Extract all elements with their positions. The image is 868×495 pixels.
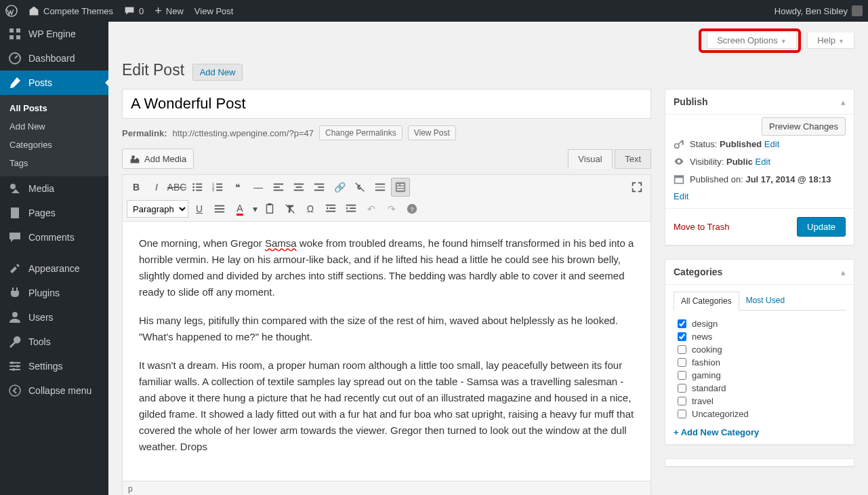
help-icon-button[interactable]: ? [402, 199, 421, 218]
avatar [852, 5, 863, 16]
visual-tab[interactable]: Visual [568, 149, 612, 169]
editor-content[interactable]: One morning, when Gregor Samsa woke from… [122, 222, 651, 481]
strikethrough-button[interactable]: ABC [167, 178, 186, 197]
comments-link[interactable]: 0 [124, 5, 144, 16]
justify-button[interactable] [210, 199, 229, 218]
fullscreen-button[interactable] [627, 178, 646, 197]
toolbar-toggle-button[interactable] [391, 178, 410, 197]
page-title: Edit Post [122, 61, 184, 79]
redo-button[interactable]: ↷ [382, 199, 401, 218]
text-color-dropdown[interactable]: ▾ [251, 199, 259, 218]
view-post-button[interactable]: View Post [408, 125, 456, 140]
edit-date-link[interactable]: Edit [674, 191, 688, 201]
indent-button[interactable] [342, 199, 360, 218]
category-item[interactable]: Uncategorized [678, 408, 842, 420]
sidebar-item-media[interactable]: Media [0, 176, 108, 201]
add-new-button[interactable]: Add New [192, 64, 243, 81]
sidebar-item-settings[interactable]: Settings [0, 354, 108, 378]
site-link[interactable]: Compete Themes [28, 5, 113, 16]
editor-mode-tabs: Visual Text [568, 148, 651, 168]
permalink-row: Permalink: http://cttesting.wpengine.com… [122, 125, 651, 140]
svg-rect-53 [326, 211, 335, 212]
submenu-all-posts[interactable]: All Posts [0, 99, 108, 117]
category-checkbox[interactable] [678, 384, 686, 393]
categories-heading: Categories [674, 266, 722, 277]
category-checkbox[interactable] [678, 410, 686, 418]
submenu-categories[interactable]: Categories [0, 136, 108, 154]
toggle-icon[interactable]: ▴ [841, 267, 846, 277]
view-post-link[interactable]: View Post [194, 6, 234, 16]
new-content-link[interactable]: +New [154, 4, 184, 18]
category-checkbox[interactable] [678, 332, 686, 341]
move-to-trash-link[interactable]: Move to Trash [674, 222, 729, 232]
outdent-button[interactable] [321, 199, 340, 218]
category-item[interactable]: travel [678, 395, 842, 408]
sidebar-item-plugins[interactable]: Plugins [0, 281, 108, 305]
help-tab[interactable]: Help▼ [807, 33, 854, 49]
edit-status-link[interactable]: Edit [764, 139, 779, 149]
toggle-icon[interactable]: ▴ [841, 97, 846, 107]
submenu-tags[interactable]: Tags [0, 154, 108, 172]
category-item[interactable]: news [678, 330, 842, 343]
more-button[interactable] [371, 178, 390, 197]
svg-text:?: ? [410, 205, 414, 213]
category-item[interactable]: gaming [678, 369, 842, 382]
category-checkbox[interactable] [678, 358, 686, 367]
unlink-button[interactable] [350, 178, 369, 197]
update-button[interactable]: Update [797, 217, 846, 237]
category-item[interactable]: cooking [678, 343, 842, 356]
text-tab[interactable]: Text [615, 149, 651, 169]
add-media-button[interactable]: Add Media [122, 148, 194, 169]
sidebar-item-users[interactable]: Users [0, 305, 108, 330]
sidebar-item-appearance[interactable]: Appearance [0, 256, 108, 281]
bullet-list-button[interactable] [188, 178, 207, 197]
category-checkbox[interactable] [678, 345, 686, 354]
svg-rect-33 [296, 186, 302, 188]
screen-meta: Screen Options▼ Help▼ [122, 28, 854, 53]
bold-button[interactable]: B [127, 178, 146, 197]
edit-visibility-link[interactable]: Edit [756, 157, 770, 167]
wordpress-logo[interactable] [5, 5, 18, 17]
category-item[interactable]: fashion [678, 356, 842, 369]
permalink-url: http://cttesting.wpengine.com/?p=47 [172, 128, 314, 138]
sidebar-item-posts[interactable]: Posts [0, 71, 108, 95]
change-permalinks-button[interactable]: Change Permalinks [319, 125, 402, 140]
blockquote-button[interactable]: ❝ [228, 178, 247, 197]
align-right-button[interactable] [310, 178, 329, 197]
sidebar-item-pages[interactable]: Pages [0, 201, 108, 225]
category-item[interactable]: design [678, 317, 842, 330]
svg-point-14 [12, 368, 15, 371]
sidebar-item-tools[interactable]: Tools [0, 330, 108, 354]
category-checkbox[interactable] [678, 371, 686, 380]
category-item[interactable]: standard [678, 382, 842, 395]
special-char-button[interactable]: Ω [301, 199, 320, 218]
add-new-category-link[interactable]: + Add New Category [674, 423, 846, 437]
paste-text-button[interactable] [260, 199, 279, 218]
post-title-input[interactable] [122, 89, 651, 119]
underline-button[interactable]: U [190, 199, 209, 218]
preview-changes-button[interactable]: Preview Changes [762, 117, 846, 136]
all-categories-tab[interactable]: All Categories [674, 292, 739, 311]
category-checkbox[interactable] [678, 319, 686, 328]
sidebar-collapse[interactable]: Collapse menu [0, 378, 108, 403]
svg-rect-37 [314, 190, 324, 191]
sidebar-item-wpengine[interactable]: WP Engine [0, 22, 108, 46]
submenu-add-new[interactable]: Add New [0, 117, 108, 136]
category-checkbox[interactable] [678, 397, 686, 405]
link-button[interactable]: 🔗 [330, 178, 349, 197]
screen-options-tab[interactable]: Screen Options▼ [707, 33, 797, 49]
text-color-button[interactable]: A [230, 199, 249, 218]
align-center-button[interactable] [289, 178, 308, 197]
italic-button[interactable]: I [147, 178, 166, 197]
undo-button[interactable]: ↶ [362, 199, 381, 218]
sidebar-item-dashboard[interactable]: Dashboard [0, 46, 108, 71]
clear-formatting-button[interactable] [281, 199, 299, 218]
svg-rect-4 [16, 35, 20, 39]
most-used-tab[interactable]: Most Used [739, 292, 791, 310]
format-select[interactable]: Paragraph [127, 200, 188, 218]
numbered-list-button[interactable]: 123 [208, 178, 227, 197]
hr-button[interactable]: ― [249, 178, 268, 197]
align-left-button[interactable] [269, 178, 288, 197]
howdy-user[interactable]: Howdy, Ben Sibley [774, 5, 863, 16]
sidebar-item-comments[interactable]: Comments [0, 225, 108, 250]
